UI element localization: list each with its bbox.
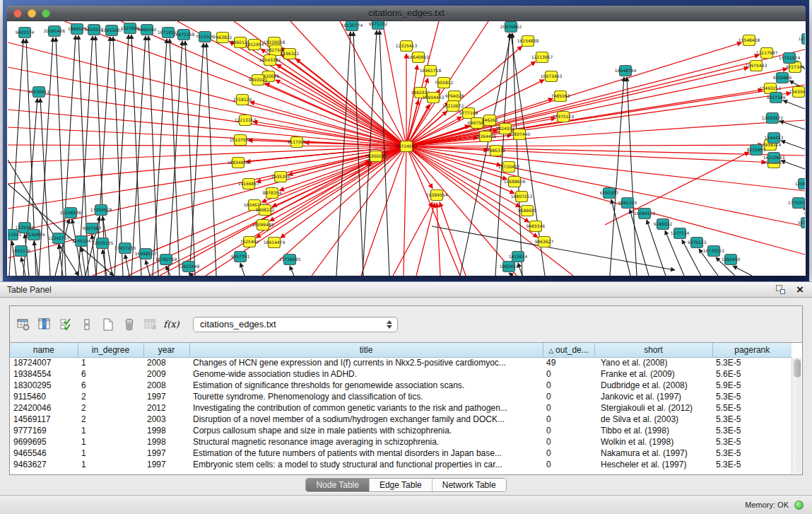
black-edge[interactable] xyxy=(630,209,649,276)
red-edge[interactable] xyxy=(437,203,440,276)
vertical-scrollbar[interactable] xyxy=(792,358,801,474)
minimize-window-button[interactable] xyxy=(28,9,36,18)
column-header-short[interactable]: short xyxy=(594,343,712,357)
black-edge[interactable] xyxy=(627,77,637,276)
red-edge[interactable] xyxy=(416,203,435,276)
black-edge[interactable] xyxy=(131,35,141,276)
network-window-titlebar[interactable]: citations_edges.txt xyxy=(7,6,806,21)
black-edge[interactable] xyxy=(733,266,752,276)
close-window-button[interactable] xyxy=(13,9,22,18)
red-edge[interactable] xyxy=(406,146,805,191)
table-cell-in_degree: 2 xyxy=(78,391,143,402)
table-settings-button[interactable] xyxy=(13,315,33,334)
network-node-label: 16210672 xyxy=(442,103,464,108)
column-header-title[interactable]: title xyxy=(189,343,543,357)
red-edge[interactable] xyxy=(8,145,406,146)
red-edge[interactable] xyxy=(8,146,406,258)
black-edge[interactable] xyxy=(153,39,167,276)
column-header-out-degree[interactable]: △out_de... xyxy=(543,343,594,357)
red-edge[interactable] xyxy=(296,59,406,146)
red-edge[interactable] xyxy=(282,55,406,146)
table-tabs-bar: Node Table Edge Table Network Table xyxy=(0,475,812,495)
select-column-button[interactable] xyxy=(35,315,54,334)
red-edge[interactable] xyxy=(406,65,418,146)
column-header-pagerank[interactable]: pagerank xyxy=(712,343,792,357)
delete-table-button[interactable] xyxy=(141,315,160,334)
function-builder-button[interactable]: f(x) xyxy=(162,315,181,334)
black-edge[interactable] xyxy=(781,141,805,149)
table-row[interactable]: 1456911722003Disruption of a novel membe… xyxy=(10,414,792,425)
table-row[interactable]: 2242004622012Investigating the contribut… xyxy=(10,402,792,414)
black-edge[interactable] xyxy=(131,36,146,276)
network-node-label: 7625402 xyxy=(240,239,259,244)
black-edge[interactable] xyxy=(353,32,363,276)
column-header-in-degree[interactable]: in_degree xyxy=(78,343,143,357)
table-row[interactable]: 977716911998Corpus callosum shape and si… xyxy=(10,425,792,436)
black-edge[interactable] xyxy=(512,33,522,276)
network-node-label: 12505135 xyxy=(92,240,114,245)
black-edge[interactable] xyxy=(168,41,182,276)
black-edge[interactable] xyxy=(611,199,630,276)
red-edge[interactable] xyxy=(406,120,805,146)
red-edge[interactable] xyxy=(406,146,573,276)
black-edge[interactable] xyxy=(290,266,294,276)
table-row[interactable]: 1830029562008Estimation of significance … xyxy=(10,380,792,391)
table-dropdown[interactable]: citations_edges.txt xyxy=(193,317,398,332)
tab-node-table[interactable]: Node Table xyxy=(306,479,370,491)
black-edge[interactable] xyxy=(125,255,129,276)
black-edge[interactable] xyxy=(336,32,351,276)
black-edge[interactable] xyxy=(146,260,150,276)
network-node-label: 7955812 xyxy=(435,80,454,85)
tab-network-table[interactable]: Network Table xyxy=(433,479,506,491)
select-rows-button[interactable] xyxy=(56,315,75,334)
float-panel-icon[interactable] xyxy=(776,285,785,294)
zoom-window-button[interactable] xyxy=(42,9,50,18)
red-edge[interactable] xyxy=(605,152,749,225)
black-edge[interactable] xyxy=(206,43,216,276)
black-edge[interactable] xyxy=(610,77,624,276)
red-edge[interactable] xyxy=(160,160,371,276)
red-edge[interactable] xyxy=(229,42,406,146)
column-header-name[interactable]: name xyxy=(10,343,78,357)
table-cell-year: 2008 xyxy=(143,380,189,391)
black-edge[interactable] xyxy=(432,226,675,270)
red-edge[interactable] xyxy=(406,146,460,276)
black-edge[interactable] xyxy=(509,273,513,276)
red-edge[interactable] xyxy=(382,21,406,146)
red-edge[interactable] xyxy=(406,146,520,207)
delete-rows-button[interactable] xyxy=(119,315,139,334)
red-edge[interactable] xyxy=(404,146,406,276)
black-edge[interactable] xyxy=(81,247,86,276)
black-edge[interactable] xyxy=(148,36,158,276)
table-row[interactable]: 946554611997Estimation of the future num… xyxy=(10,448,792,459)
network-node-label: 7463822 xyxy=(213,35,233,40)
black-edge[interactable] xyxy=(170,39,180,276)
table-row[interactable]: 1938455462009Genome-wide association stu… xyxy=(10,368,792,380)
red-edge[interactable] xyxy=(406,146,766,163)
red-edge[interactable] xyxy=(440,202,466,276)
network-node-label: 9699695 xyxy=(518,208,537,213)
tab-edge-table[interactable]: Edge Table xyxy=(370,479,433,491)
column-chooser-button[interactable] xyxy=(77,315,96,334)
network-window[interactable]: citations_edges.txt 18724007183002951938… xyxy=(7,6,806,276)
scrollbar-thumb[interactable] xyxy=(794,359,801,378)
table-row[interactable]: 969969511998Structural magnetic resonanc… xyxy=(10,436,792,448)
table-row[interactable]: 911546021997Tourette syndrome. Phenomeno… xyxy=(10,391,792,402)
column-header-year[interactable]: year xyxy=(143,343,189,357)
table-row[interactable]: 946362711997Embryonic stem cells: a mode… xyxy=(10,459,792,470)
new-table-button[interactable] xyxy=(98,315,117,334)
red-edge[interactable] xyxy=(406,146,805,255)
red-edge[interactable] xyxy=(8,110,406,146)
table-row[interactable]: 1872400712008Changes of HCN gene express… xyxy=(10,357,792,368)
black-edge[interactable] xyxy=(185,41,195,276)
red-edge[interactable] xyxy=(406,93,791,146)
red-edge[interactable] xyxy=(393,202,433,276)
black-edge[interactable] xyxy=(783,100,805,109)
close-panel-icon[interactable]: × xyxy=(796,285,804,295)
black-edge[interactable] xyxy=(240,263,245,276)
black-edge[interactable] xyxy=(40,98,50,276)
black-edge[interactable] xyxy=(779,121,805,129)
network-canvas[interactable]: 1872400718300295193845541232541316640910… xyxy=(8,21,805,276)
network-node-label: 19166857 xyxy=(238,181,260,186)
red-edge[interactable] xyxy=(406,145,763,146)
